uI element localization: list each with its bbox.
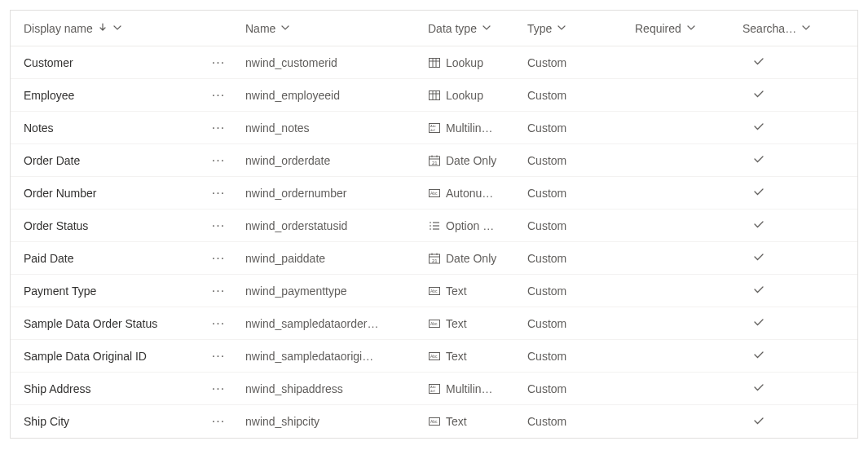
cell-datatype: AbcAutonu…: [421, 187, 521, 200]
check-icon: [752, 55, 765, 70]
table-row[interactable]: Ship Address···nwind_shipaddressAbcdefMu…: [11, 373, 857, 405]
row-more-button[interactable]: ···: [198, 350, 239, 363]
table-row[interactable]: Employee···nwind_employeeidLookupCustom: [11, 79, 857, 112]
row-more-button[interactable]: ···: [198, 317, 239, 330]
table-row[interactable]: Sample Data Order Status···nwind_sampled…: [11, 307, 857, 340]
cell-searchable: [736, 315, 834, 331]
row-more-button[interactable]: ···: [198, 382, 239, 395]
datatype-multiline-icon: Abcdef: [428, 382, 441, 395]
row-more-button[interactable]: ···: [198, 187, 239, 200]
cell-datatype: Lookup: [421, 89, 521, 102]
columns-table: Display name Name Data type Type: [10, 10, 858, 439]
row-more-button[interactable]: ···: [198, 154, 239, 167]
check-icon: [752, 185, 765, 201]
cell-datatype-text: Date Only: [446, 252, 496, 265]
cell-searchable: [736, 250, 834, 266]
row-more-button[interactable]: ···: [198, 121, 239, 135]
cell-datatype-text: Multilin…: [446, 121, 493, 135]
check-icon: [752, 250, 765, 266]
chevron-down-icon: [280, 22, 290, 35]
table-row[interactable]: Sample Data Original ID···nwind_sampleda…: [11, 340, 857, 373]
cell-name: nwind_ordernumber: [239, 187, 421, 200]
cell-name: nwind_paymenttype: [239, 285, 421, 298]
chevron-down-icon: [482, 22, 491, 35]
row-more-button[interactable]: ···: [198, 219, 239, 232]
cell-searchable: [736, 283, 834, 298]
cell-display-name: Notes: [11, 121, 198, 135]
table-row[interactable]: Paid Date···nwind_paiddate21Date OnlyCus…: [11, 242, 857, 275]
cell-datatype: AbcText: [421, 317, 521, 330]
more-icon: ···: [212, 56, 225, 69]
cell-searchable: [736, 120, 834, 135]
check-icon: [752, 152, 765, 168]
cell-display-name: Paid Date: [11, 252, 198, 265]
cell-searchable: [736, 348, 834, 364]
check-icon: [752, 87, 765, 103]
cell-searchable: [736, 218, 834, 233]
header-display-name[interactable]: Display name: [11, 22, 198, 35]
check-icon: [752, 315, 765, 331]
row-more-button[interactable]: ···: [198, 285, 239, 298]
header-datatype-label: Data type: [428, 22, 477, 35]
cell-display-name: Sample Data Original ID: [11, 350, 198, 363]
datatype-text-icon: Abc: [428, 415, 441, 428]
header-type-label: Type: [527, 22, 552, 35]
table-row[interactable]: Ship City···nwind_shipcityAbcTextCustom: [11, 405, 857, 438]
more-icon: ···: [212, 219, 225, 232]
svg-text:def: def: [430, 128, 435, 132]
more-icon: ···: [212, 350, 225, 363]
table-row[interactable]: Order Number···nwind_ordernumberAbcAuton…: [11, 177, 857, 210]
header-datatype[interactable]: Data type: [421, 22, 521, 35]
cell-datatype-text: Autonu…: [446, 187, 493, 200]
cell-datatype: AbcText: [421, 415, 521, 428]
cell-datatype-text: Multilin…: [446, 382, 493, 395]
cell-datatype: Option …: [421, 219, 521, 232]
header-searchable-label: Searcha…: [742, 22, 796, 35]
more-icon: ···: [212, 285, 225, 298]
cell-display-name: Order Number: [11, 187, 198, 200]
cell-display-name: Sample Data Order Status: [11, 317, 198, 330]
table-row[interactable]: Order Date···nwind_orderdate21Date OnlyC…: [11, 144, 857, 177]
svg-text:Abc: Abc: [430, 419, 438, 424]
row-more-button[interactable]: ···: [198, 56, 239, 69]
table-row[interactable]: Payment Type···nwind_paymenttypeAbcTextC…: [11, 275, 857, 307]
table-row[interactable]: Order Status···nwind_orderstatusidOption…: [11, 210, 857, 242]
cell-type: Custom: [521, 89, 628, 102]
more-icon: ···: [212, 154, 225, 167]
header-searchable[interactable]: Searcha…: [736, 22, 834, 35]
sort-down-icon: [98, 22, 108, 35]
header-name[interactable]: Name: [239, 22, 421, 35]
datatype-text-icon: Abc: [428, 350, 441, 363]
datatype-text-icon: Abc: [428, 285, 441, 298]
cell-display-name: Employee: [11, 89, 198, 102]
cell-type: Custom: [521, 382, 628, 395]
cell-searchable: [736, 185, 834, 201]
row-more-button[interactable]: ···: [198, 89, 239, 102]
table-body: Customer···nwind_customeridLookupCustomE…: [11, 46, 857, 438]
datatype-date-icon: 21: [428, 154, 441, 167]
cell-type: Custom: [521, 415, 628, 428]
cell-datatype-text: Text: [446, 350, 467, 363]
datatype-lookup-icon: [428, 89, 441, 102]
datatype-lookup-icon: [428, 56, 441, 69]
table-row[interactable]: Customer···nwind_customeridLookupCustom: [11, 46, 857, 79]
header-required-label: Required: [635, 22, 681, 35]
cell-name: nwind_shipaddress: [239, 382, 421, 395]
cell-type: Custom: [521, 350, 628, 363]
chevron-down-icon: [112, 22, 122, 35]
row-more-button[interactable]: ···: [198, 252, 239, 265]
chevron-down-icon: [557, 22, 566, 35]
row-more-button[interactable]: ···: [198, 415, 239, 428]
table-row[interactable]: Notes···nwind_notesAbcdefMultilin…Custom: [11, 112, 857, 144]
cell-datatype-text: Date Only: [446, 154, 496, 167]
header-type[interactable]: Type: [521, 22, 628, 35]
svg-rect-4: [430, 90, 440, 99]
svg-rect-0: [430, 58, 440, 67]
header-required[interactable]: Required: [628, 22, 736, 35]
svg-text:Abc: Abc: [430, 289, 438, 293]
datatype-autonum-icon: Abc: [428, 187, 441, 200]
cell-searchable: [736, 381, 834, 396]
cell-datatype-text: Text: [446, 317, 467, 330]
cell-datatype: AbcdefMultilin…: [421, 121, 521, 135]
cell-type: Custom: [521, 56, 628, 69]
